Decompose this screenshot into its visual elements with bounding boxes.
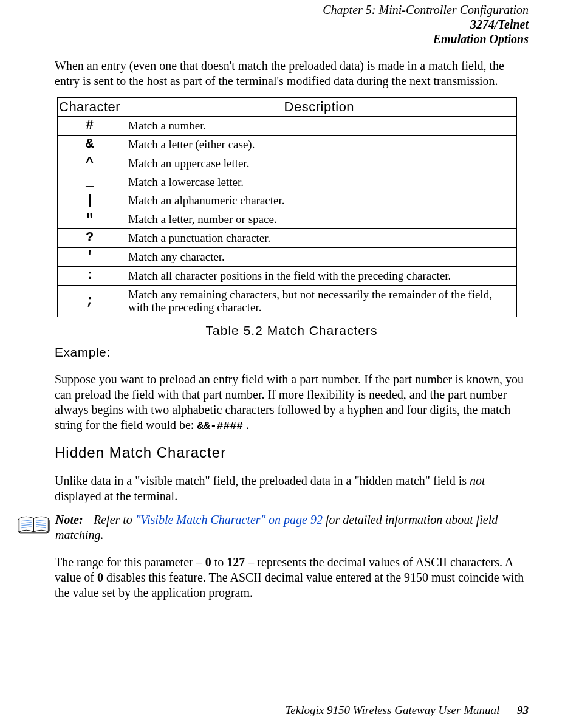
char-desc: Match any character.	[122, 247, 517, 266]
book-icon	[17, 513, 50, 540]
range-b3: 0	[97, 571, 103, 584]
char-symbol: "	[58, 210, 122, 229]
range-b1: 0	[205, 555, 211, 569]
table-caption: Table 5.2 Match Characters	[55, 323, 529, 338]
example-text-start: Suppose you want to preload an entry fie…	[55, 373, 524, 431]
header-section: 3274/Telnet	[55, 17, 529, 32]
char-symbol: _	[58, 173, 122, 191]
running-header: Chapter 5: Mini-Controller Configuration…	[55, 0, 529, 46]
footer: Teklogix 9150 Wireless Gateway User Manu…	[286, 704, 529, 717]
footer-title: Teklogix 9150 Wireless Gateway User Manu…	[286, 704, 500, 716]
note-text-start: Refer to	[94, 513, 135, 526]
hidden-text-start: Unlike data in a "visible match" field, …	[55, 474, 470, 487]
table-row: |Match an alphanumeric character.	[58, 191, 517, 210]
table-row: 'Match any character.	[58, 247, 517, 266]
match-characters-table: Character Description #Match a number. &…	[57, 97, 517, 317]
char-symbol: '	[58, 247, 122, 266]
table-row: "Match a letter, number or space.	[58, 210, 517, 229]
page-number: 93	[517, 704, 529, 716]
char-symbol: :	[58, 266, 122, 285]
char-desc: Match all character positions in the fie…	[122, 266, 517, 285]
char-desc: Match a punctuation character.	[122, 229, 517, 248]
range-b2: 127	[227, 555, 245, 569]
example-heading: Example:	[55, 345, 529, 360]
example-code: &&-####	[197, 420, 243, 432]
table-row: ?Match a punctuation character.	[58, 229, 517, 248]
char-symbol: #	[58, 117, 122, 136]
note-label: Note:	[55, 512, 91, 527]
char-desc: Match an alphanumeric character.	[122, 191, 517, 210]
col-description: Description	[122, 98, 517, 117]
header-chapter: Chapter 5: Mini-Controller Configuration	[55, 2, 529, 17]
hidden-heading: Hidden Match Character	[55, 444, 529, 461]
range-paragraph: The range for this parameter – 0 to 127 …	[55, 555, 529, 600]
char-desc: Match an uppercase letter.	[122, 154, 517, 173]
char-symbol: |	[58, 191, 122, 210]
table-row: #Match a number.	[58, 117, 517, 136]
note-text: Note: Refer to "Visible Match Character"…	[50, 512, 529, 543]
header-subsection: Emulation Options	[55, 32, 529, 46]
table-row: ^Match an uppercase letter.	[58, 154, 517, 173]
hidden-em: not	[470, 474, 485, 487]
table-row: _Match a lowercase letter.	[58, 173, 517, 191]
table-row: :Match all character positions in the fi…	[58, 266, 517, 285]
range-p2: to	[211, 555, 227, 569]
intro-paragraph: When an entry (even one that doesn't mat…	[55, 58, 529, 89]
example-text-end: .	[243, 418, 249, 431]
char-desc: Match a lowercase letter.	[122, 173, 517, 191]
char-symbol: &	[58, 135, 122, 154]
range-p4: disables this feature. The ASCII decimal…	[55, 571, 524, 599]
col-character: Character	[58, 98, 122, 117]
example-paragraph: Suppose you want to preload an entry fie…	[55, 372, 529, 433]
char-desc: Match a letter (either case).	[122, 135, 517, 154]
range-p1: The range for this parameter –	[55, 555, 205, 569]
char-symbol: ^	[58, 154, 122, 173]
char-desc: Match a number.	[122, 117, 517, 136]
hidden-text-end: displayed at the terminal.	[55, 489, 177, 503]
note-block: Note: Refer to "Visible Match Character"…	[17, 512, 529, 543]
char-symbol: ;	[58, 285, 122, 317]
page-content: Chapter 5: Mini-Controller Configuration…	[0, 0, 565, 600]
table-row: &Match a letter (either case).	[58, 135, 517, 154]
char-desc: Match a letter, number or space.	[122, 210, 517, 229]
hidden-paragraph: Unlike data in a "visible match" field, …	[55, 473, 529, 504]
char-symbol: ?	[58, 229, 122, 248]
char-desc: Match any remaining characters, but not …	[122, 285, 517, 317]
table-row: ;Match any remaining characters, but not…	[58, 285, 517, 317]
note-link: "Visible Match Character" on page 92	[135, 513, 323, 526]
